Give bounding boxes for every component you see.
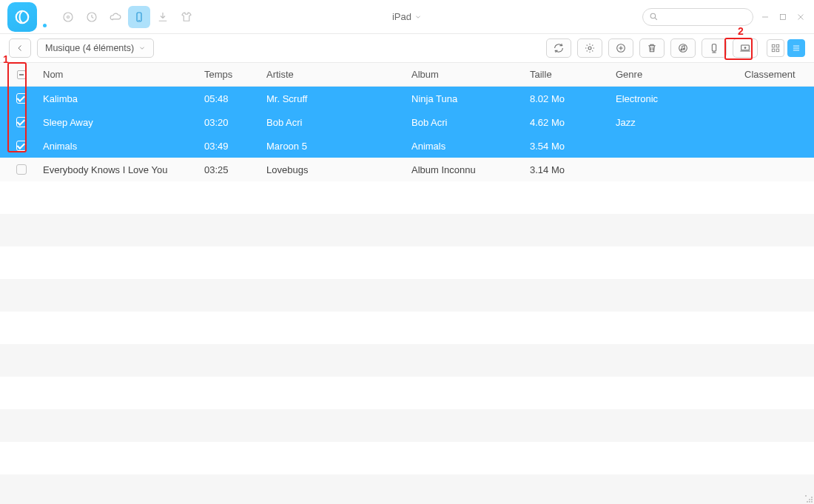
cell-album: Album Inconnu — [401, 164, 519, 175]
download-icon[interactable] — [152, 6, 174, 28]
cell-taille: 4.62 Mo — [519, 117, 605, 128]
settings-button[interactable] — [577, 38, 602, 58]
col-genre[interactable]: Genre — [605, 69, 734, 80]
svg-rect-26 — [776, 49, 779, 52]
add-button[interactable] — [608, 38, 633, 58]
category-dropdown-label: Musique (4 éléments) — [45, 43, 134, 53]
row-checkbox[interactable] — [16, 164, 27, 175]
cell-taille: 3.54 Mo — [519, 141, 605, 152]
table-row[interactable]: Animals03:49Maroon 5Animals3.54 Mo — [0, 134, 814, 158]
cell-taille: 3.14 Mo — [519, 164, 605, 175]
to-device-button[interactable] — [702, 38, 727, 58]
col-classement[interactable]: Classement — [734, 69, 814, 80]
empty-row — [0, 409, 814, 442]
svg-point-1 — [64, 13, 73, 21]
cell-album: Bob Acri — [401, 117, 519, 128]
col-nom[interactable]: Nom — [33, 69, 194, 80]
svg-point-12 — [588, 47, 591, 50]
col-album[interactable]: Album — [401, 69, 519, 80]
search-icon — [649, 12, 659, 21]
select-all-checkbox[interactable] — [17, 70, 26, 79]
app-logo — [7, 2, 37, 32]
to-itunes-button[interactable] — [670, 38, 696, 58]
row-checkbox[interactable] — [16, 117, 27, 127]
cell-artiste: Lovebugs — [256, 164, 401, 175]
minimize-button[interactable] — [759, 11, 771, 23]
svg-rect-21 — [712, 44, 716, 51]
svg-point-20 — [683, 48, 684, 50]
search-input[interactable] — [662, 12, 747, 22]
empty-row — [0, 344, 814, 377]
cell-taille: 8.02 Mo — [519, 93, 605, 104]
table-row[interactable]: Sleep Away03:20Bob AcriBob Acri4.62 MoJa… — [0, 110, 814, 134]
resize-grip[interactable] — [805, 495, 813, 503]
cell-genre: Jazz — [605, 117, 734, 128]
chevron-down-icon — [414, 13, 422, 21]
clock-icon[interactable] — [81, 6, 103, 28]
refresh-button[interactable] — [546, 38, 571, 58]
cell-artiste: Maroon 5 — [256, 141, 401, 152]
back-button[interactable] — [9, 38, 31, 58]
cell-nom: Kalimba — [33, 93, 194, 104]
maximize-button[interactable] — [777, 11, 789, 23]
empty-row — [0, 474, 814, 504]
table-row[interactable]: Kalimba05:48Mr. ScruffNinja Tuna8.02 MoE… — [0, 87, 814, 110]
empty-row — [0, 246, 814, 279]
cell-artiste: Mr. Scruff — [256, 93, 401, 104]
cell-album: Animals — [401, 141, 519, 152]
empty-row — [0, 312, 814, 344]
device-selector[interactable]: iPad — [392, 11, 422, 22]
row-checkbox[interactable] — [16, 93, 27, 104]
cell-nom: Sleep Away — [33, 117, 194, 128]
svg-rect-23 — [772, 44, 775, 47]
table-row[interactable]: Everybody Knows I Love You03:25LovebugsA… — [0, 158, 814, 181]
table-header-row: Nom Temps Artiste Album Taille Genre Cla… — [0, 63, 814, 87]
svg-point-0 — [16, 10, 29, 23]
empty-row — [0, 214, 814, 246]
col-temps[interactable]: Temps — [194, 69, 256, 80]
empty-row — [0, 181, 814, 214]
close-button[interactable] — [795, 11, 807, 23]
delete-button[interactable] — [639, 38, 665, 58]
cloud-icon[interactable] — [104, 6, 127, 28]
app-logo-dot — [43, 24, 47, 27]
row-checkbox[interactable] — [16, 141, 27, 151]
cell-temps: 03:20 — [194, 117, 256, 128]
col-artiste[interactable]: Artiste — [256, 69, 401, 80]
svg-rect-24 — [776, 44, 779, 47]
svg-point-19 — [681, 49, 682, 50]
music-disc-icon[interactable] — [57, 6, 79, 28]
cell-nom: Everybody Knows I Love You — [33, 164, 194, 175]
grid-view-button[interactable] — [767, 39, 784, 57]
svg-line-7 — [655, 18, 657, 20]
svg-point-18 — [679, 44, 687, 53]
svg-rect-9 — [781, 14, 786, 19]
chevron-down-icon — [138, 44, 146, 52]
device-icon[interactable] — [128, 6, 150, 28]
search-input-wrap[interactable] — [642, 8, 753, 26]
svg-point-2 — [67, 16, 70, 18]
cell-temps: 03:25 — [194, 164, 256, 175]
shirt-icon[interactable] — [175, 6, 198, 28]
empty-row — [0, 279, 814, 312]
cell-temps: 05:48 — [194, 93, 256, 104]
cell-genre: Electronic — [605, 93, 734, 104]
cell-nom: Animals — [33, 141, 194, 152]
music-table: Nom Temps Artiste Album Taille Genre Cla… — [0, 62, 814, 504]
to-computer-button[interactable] — [733, 38, 758, 58]
col-taille[interactable]: Taille — [519, 69, 605, 80]
device-label: iPad — [392, 11, 411, 22]
cell-artiste: Bob Acri — [256, 117, 401, 128]
empty-row — [0, 442, 814, 474]
svg-point-6 — [650, 13, 656, 19]
empty-row — [0, 377, 814, 409]
svg-rect-25 — [772, 49, 775, 52]
cell-temps: 03:49 — [194, 141, 256, 152]
list-view-button[interactable] — [787, 39, 805, 57]
cell-album: Ninja Tuna — [401, 93, 519, 104]
category-dropdown[interactable]: Musique (4 éléments) — [37, 38, 154, 58]
